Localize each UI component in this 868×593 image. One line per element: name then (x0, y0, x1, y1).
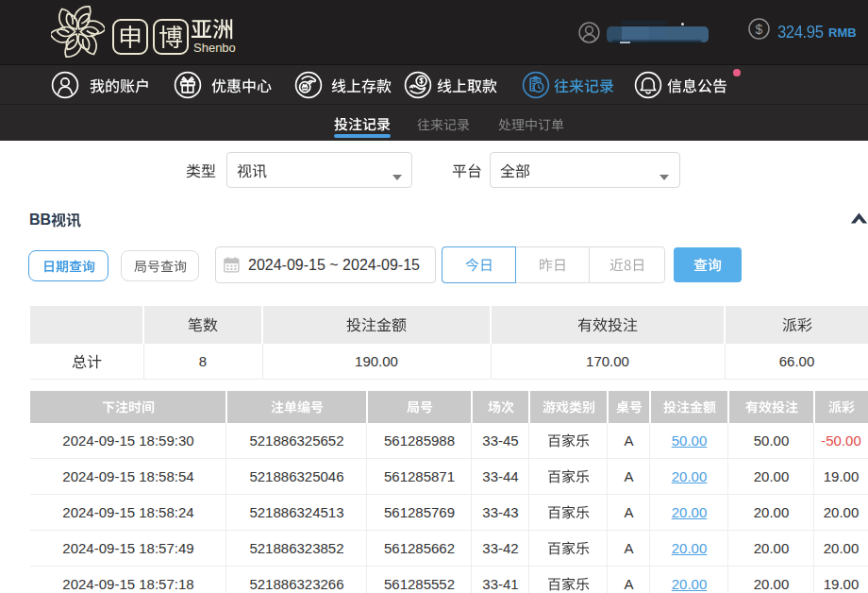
svg-text:$: $ (756, 22, 763, 37)
